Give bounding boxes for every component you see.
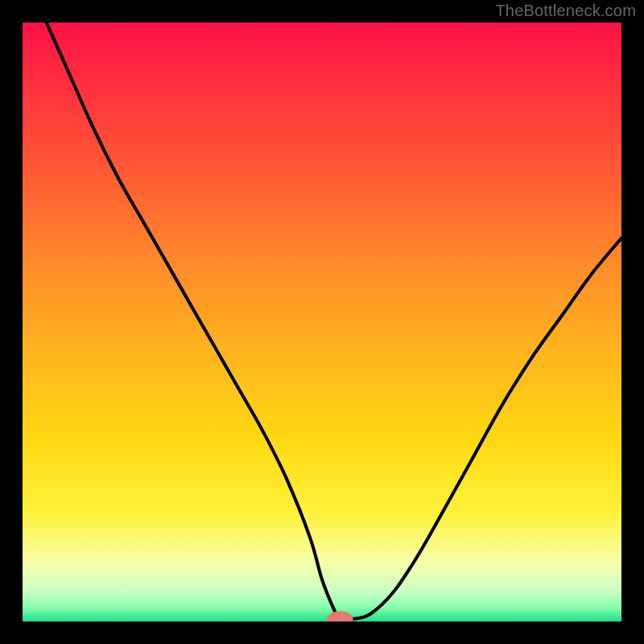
bottleneck-chart — [23, 23, 621, 621]
watermark-text: TheBottleneck.com — [495, 2, 636, 20]
chart-stage: TheBottleneck.com — [0, 0, 644, 644]
gradient-background — [23, 23, 621, 621]
